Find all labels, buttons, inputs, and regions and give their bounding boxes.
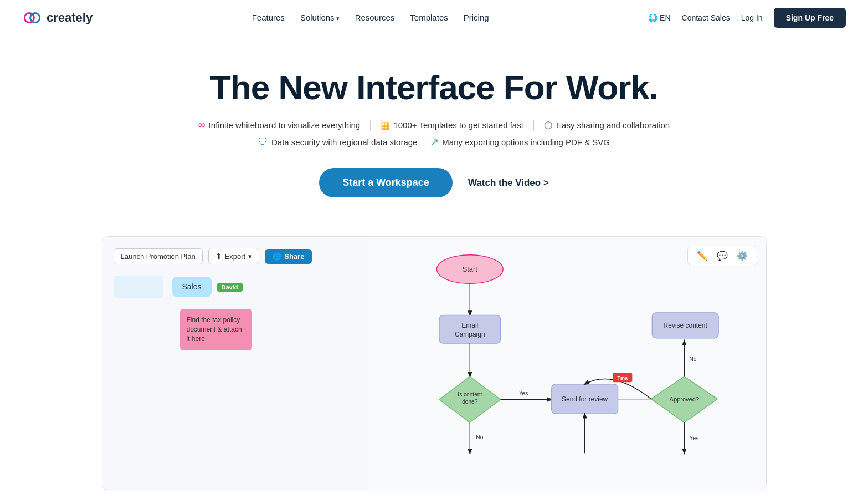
share-icon: ⬡ xyxy=(544,119,553,131)
hero-headline: The New Interface For Work. xyxy=(11,69,857,106)
watch-video-link[interactable]: Watch the Video > xyxy=(468,177,549,189)
logo-link[interactable]: creately xyxy=(22,11,93,25)
globe-icon: 🌐 xyxy=(648,13,658,22)
svg-text:Yes: Yes xyxy=(519,390,528,396)
feature-export: ↗ Many exporting options including PDF &… xyxy=(430,136,610,148)
kanban-task-card: Sales David xyxy=(172,276,243,298)
nav-right: 🌐 EN Contact Sales Log In Sign Up Free xyxy=(648,8,846,28)
svg-text:No: No xyxy=(476,435,483,441)
sticky-note: Find the tax policy document & attach it… xyxy=(180,309,252,350)
settings-icon-button[interactable]: ⚙️ xyxy=(735,250,750,262)
flowchart-toolbar: ✏️ 💬 ⚙️ xyxy=(687,246,757,266)
svg-text:No: No xyxy=(689,357,696,363)
feature-templates-text: 1000+ Templates to get started fast xyxy=(393,120,523,130)
export-button[interactable]: ⬆ Export ▾ xyxy=(208,248,260,264)
svg-text:Revise content: Revise content xyxy=(663,322,707,330)
svg-text:Campaign: Campaign xyxy=(455,330,485,338)
svg-text:Email: Email xyxy=(461,322,478,330)
language-label: EN xyxy=(660,13,670,22)
svg-text:Send for review: Send for review xyxy=(562,395,608,403)
flowchart-svg: Start Email Campaign Is content done? Ye… xyxy=(368,237,766,491)
nav-solutions[interactable]: Solutions xyxy=(300,13,340,22)
feature-collab-text: Easy sharing and collaboration xyxy=(556,120,670,130)
kanban-col-placeholder xyxy=(114,276,163,298)
nav-templates[interactable]: Templates xyxy=(410,13,448,22)
nav-links: Features Solutions Resources Templates P… xyxy=(252,13,489,22)
svg-text:Start: Start xyxy=(462,265,477,273)
svg-text:Tina: Tina xyxy=(617,375,628,381)
feature-whiteboard: ∞ Infinite whiteboard to visualize every… xyxy=(189,119,369,131)
feature-security: 🛡 Data security with regional data stora… xyxy=(258,136,417,148)
templates-icon: ▦ xyxy=(381,119,390,131)
hero-section: The New Interface For Work. ∞ Infinite w… xyxy=(0,35,868,220)
doc-title: Launch Promotion Plan xyxy=(114,248,203,264)
language-selector[interactable]: 🌐 EN xyxy=(648,13,670,22)
david-tag: David xyxy=(217,282,243,292)
sep3: | xyxy=(423,138,425,147)
demo-toolbar: Launch Promotion Plan ⬆ Export ▾ 🌐 Share xyxy=(114,248,369,264)
comment-icon-button[interactable]: 💬 xyxy=(715,250,730,262)
edit-icon-button[interactable]: ✏️ xyxy=(695,250,710,262)
login-link[interactable]: Log In xyxy=(741,13,763,22)
infinite-icon: ∞ xyxy=(198,119,206,131)
svg-point-1 xyxy=(30,13,40,22)
logo-icon xyxy=(22,11,42,24)
feature-collab: ⬡ Easy sharing and collaboration xyxy=(535,119,679,131)
logo-text: creately xyxy=(47,11,93,25)
demo-right-panel: ✏️ 💬 ⚙️ Start Email Campaign Is content … xyxy=(368,237,766,491)
export-label: Export xyxy=(225,252,246,261)
export-chevron-icon: ▾ xyxy=(248,252,252,261)
share-button[interactable]: 🌐 Share xyxy=(265,249,312,264)
demo-left-panel: Launch Promotion Plan ⬆ Export ▾ 🌐 Share… xyxy=(102,237,381,491)
contact-sales-link[interactable]: Contact Sales xyxy=(682,13,730,22)
hero-features-row2: 🛡 Data security with regional data stora… xyxy=(11,136,857,148)
feature-whiteboard-text: Infinite whiteboard to visualize everyth… xyxy=(209,120,361,130)
export-icon: ↗ xyxy=(430,136,439,148)
start-workspace-button[interactable]: Start a Workspace xyxy=(319,168,453,197)
feature-export-text: Many exporting options including PDF & S… xyxy=(442,138,610,147)
svg-text:Approved?: Approved? xyxy=(669,396,698,403)
navbar: creately Features Solutions Resources Te… xyxy=(0,0,868,35)
nav-pricing[interactable]: Pricing xyxy=(464,13,489,22)
kanban-area: Sales David xyxy=(114,276,369,298)
svg-text:Is content: Is content xyxy=(458,391,482,398)
demo-area: Launch Promotion Plan ⬆ Export ▾ 🌐 Share… xyxy=(102,236,767,491)
cta-row: Start a Workspace Watch the Video > xyxy=(11,168,857,197)
hero-features-row1: ∞ Infinite whiteboard to visualize every… xyxy=(11,119,857,131)
feature-security-text: Data security with regional data storage xyxy=(271,138,417,147)
nav-features[interactable]: Features xyxy=(252,13,285,22)
svg-text:done?: done? xyxy=(462,399,478,405)
nav-resources[interactable]: Resources xyxy=(355,13,395,22)
globe-small-icon: 🌐 xyxy=(273,252,281,261)
sales-label: Sales xyxy=(182,282,202,291)
sticky-note-text: Find the tax policy document & attach it… xyxy=(187,316,242,343)
export-arrow-icon: ⬆ xyxy=(215,252,222,261)
signup-button[interactable]: Sign Up Free xyxy=(774,8,846,28)
share-label: Share xyxy=(284,252,304,261)
shield-icon: 🛡 xyxy=(258,136,268,148)
feature-templates: ▦ 1000+ Templates to get started fast xyxy=(372,119,532,131)
svg-text:Yes: Yes xyxy=(689,435,698,441)
